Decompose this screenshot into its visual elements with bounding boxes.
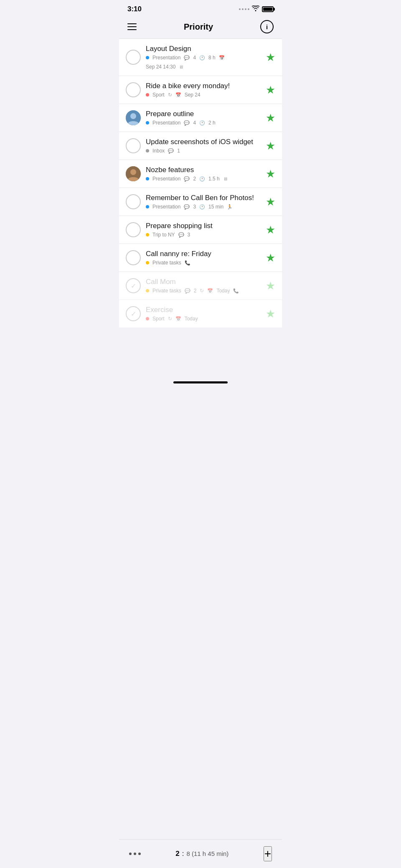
- star-button[interactable]: ★: [266, 84, 275, 96]
- task-meta: Private tasks 💬2↻📅Today📞: [146, 288, 257, 294]
- date-value: Sep 24 14:30: [146, 64, 175, 70]
- task-checkbox[interactable]: [126, 306, 141, 321]
- project-name: Presentation: [152, 176, 180, 182]
- clock-icon: 🕐: [199, 204, 205, 210]
- clock-icon: 🕐: [199, 176, 205, 182]
- task-item[interactable]: Update screenshots of iOS widget Inbox 💬…: [119, 132, 282, 160]
- add-task-button[interactable]: +: [264, 846, 272, 861]
- task-content: Update screenshots of iOS widget Inbox 💬…: [146, 138, 257, 154]
- comment-count: 4: [193, 120, 196, 126]
- project-name: Trip to NY: [152, 232, 175, 238]
- task-item[interactable]: Call nanny re: Friday Private tasks 📞 ★: [119, 244, 282, 272]
- info-button[interactable]: i: [260, 20, 274, 33]
- project-dot: [146, 149, 149, 152]
- date-value: Sep 24: [185, 92, 200, 98]
- task-title: Remember to Call Ben for Photos!: [146, 194, 257, 202]
- star-button[interactable]: ★: [266, 223, 275, 236]
- time-value: 2 h: [208, 120, 216, 126]
- monitor-icon: 🖥: [223, 176, 228, 181]
- star-button[interactable]: ★: [266, 140, 275, 152]
- star-button[interactable]: ★: [266, 195, 275, 208]
- task-item[interactable]: Nozbe features Presentation 💬2🕐1.5 h🖥 ★: [119, 160, 282, 188]
- task-title: Nozbe features: [146, 166, 257, 174]
- star-button[interactable]: ★: [266, 51, 275, 64]
- star-button[interactable]: ★: [266, 307, 275, 320]
- clock-icon: 🕐: [199, 55, 205, 61]
- task-item[interactable]: Remember to Call Ben for Photos! Present…: [119, 188, 282, 216]
- priority-counter: 2 : 8 (11 h 45 min): [175, 850, 228, 858]
- comment-icon: 💬: [184, 176, 190, 182]
- task-title: Call nanny re: Friday: [146, 250, 257, 258]
- task-checkbox[interactable]: [126, 194, 141, 209]
- task-item[interactable]: Prepare shopping list Trip to NY 💬3 ★: [119, 216, 282, 244]
- project-name: Inbox: [152, 148, 165, 154]
- project-name: Presentation: [152, 204, 180, 210]
- task-meta: Sport ↻📅Sep 24: [146, 92, 257, 98]
- task-checkbox[interactable]: [126, 278, 141, 293]
- comment-count: 4: [193, 55, 196, 61]
- task-checkbox[interactable]: [126, 138, 141, 153]
- task-title: Ride a bike every monday!: [146, 82, 257, 90]
- task-content: Ride a bike every monday! Sport ↻📅Sep 24: [146, 82, 257, 98]
- calendar-icon: 📅: [175, 92, 181, 98]
- repeat-icon: ↻: [168, 92, 172, 98]
- avatar: [126, 110, 141, 125]
- status-icons: [239, 5, 274, 13]
- page-title: Priority: [184, 22, 213, 32]
- task-item[interactable]: Layout Design Presentation 💬4🕐8 h📅Sep 24…: [119, 39, 282, 76]
- star-button[interactable]: ★: [266, 112, 275, 124]
- task-title: Exercise: [146, 306, 257, 314]
- project-name: Private tasks: [152, 260, 181, 266]
- calendar-icon: 📅: [219, 55, 225, 61]
- project-name: Private tasks: [152, 288, 181, 294]
- task-title: Prepare outline: [146, 110, 257, 118]
- star-button[interactable]: ★: [266, 251, 275, 264]
- avatar: [126, 166, 141, 181]
- calendar-icon: 📅: [207, 288, 213, 294]
- task-meta: Presentation 💬4🕐2 h: [146, 120, 257, 126]
- total-info: 8 (11 h 45 min): [186, 850, 228, 857]
- runner-icon: 🏃: [227, 204, 233, 210]
- task-content: Prepare outline Presentation 💬4🕐2 h: [146, 110, 257, 126]
- more-options-button[interactable]: [129, 853, 141, 855]
- svg-point-1: [130, 113, 136, 119]
- task-item[interactable]: Call Mom Private tasks 💬2↻📅Today📞 ★: [119, 272, 282, 300]
- date-value: Today: [185, 316, 198, 322]
- task-checkbox[interactable]: [126, 222, 141, 237]
- navbar: Priority i: [119, 17, 282, 39]
- counter-separator: :: [182, 850, 184, 858]
- task-content: Exercise Sport ↻📅Today: [146, 306, 257, 322]
- project-dot: [146, 233, 149, 236]
- hamburger-menu-button[interactable]: [127, 23, 137, 30]
- task-checkbox[interactable]: [126, 82, 141, 97]
- bottom-bar: 2 : 8 (11 h 45 min) +: [119, 839, 282, 868]
- project-dot: [146, 205, 149, 208]
- wifi-icon: [252, 5, 259, 13]
- comment-icon: 💬: [184, 204, 190, 210]
- task-title: Call Mom: [146, 278, 257, 286]
- project-dot: [146, 317, 149, 320]
- task-checkbox[interactable]: [126, 250, 141, 265]
- task-item[interactable]: Prepare outline Presentation 💬4🕐2 h ★: [119, 104, 282, 132]
- battery-icon: [262, 6, 274, 12]
- task-title: Prepare shopping list: [146, 222, 257, 230]
- time-value: 8 h: [208, 55, 216, 61]
- project-dot: [146, 56, 149, 59]
- task-meta: Trip to NY 💬3: [146, 232, 257, 238]
- task-item[interactable]: Ride a bike every monday! Sport ↻📅Sep 24…: [119, 76, 282, 104]
- task-meta: Presentation 💬3🕐15 min🏃: [146, 204, 257, 210]
- star-button[interactable]: ★: [266, 168, 275, 180]
- clock-icon: 🕐: [199, 120, 205, 126]
- project-dot: [146, 177, 149, 180]
- calendar-icon: 📅: [175, 316, 181, 322]
- task-item[interactable]: Exercise Sport ↻📅Today ★: [119, 300, 282, 328]
- task-content: Prepare shopping list Trip to NY 💬3: [146, 222, 257, 238]
- comment-count: 2: [194, 288, 197, 294]
- time-value: 1.5 h: [208, 176, 220, 182]
- spacer: [119, 328, 282, 378]
- task-checkbox[interactable]: [126, 50, 141, 65]
- comment-icon: 💬: [168, 148, 174, 154]
- star-button[interactable]: ★: [266, 279, 275, 292]
- comment-count: 2: [193, 176, 196, 182]
- task-meta: Private tasks 📞: [146, 260, 257, 266]
